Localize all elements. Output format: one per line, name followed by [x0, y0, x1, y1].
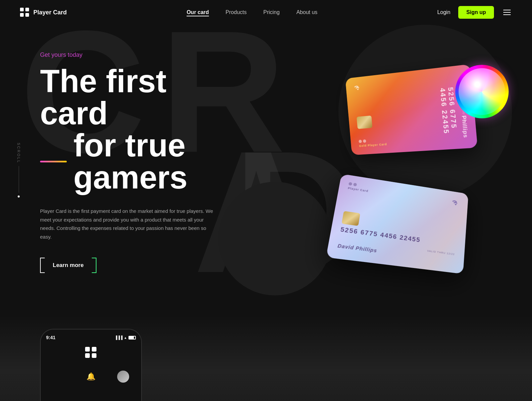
nav-item-ourcard[interactable]: Our card: [187, 9, 209, 15]
phone-avatar: [117, 371, 129, 383]
hero-title-line2-text: for true gamers: [73, 129, 224, 193]
app-dot-2: [92, 347, 96, 352]
nav-links: Our card Products Pricing About us: [187, 9, 317, 15]
hero-description: Player Card is the first payment card on…: [40, 207, 214, 241]
card-back-chip: [356, 116, 372, 129]
card-front-contactless: [451, 198, 460, 209]
nav-item-products[interactable]: Products: [226, 9, 247, 15]
phone-status-bar: 9:41 ▐▐▐ ▴: [46, 335, 136, 340]
phone-notification-icon: 🔔: [86, 372, 95, 381]
phone-mockup: 9:41 ▐▐▐ ▴: [40, 329, 144, 401]
logo-text: Player Card: [33, 9, 67, 16]
hero-title-line2: for true gamers: [40, 129, 224, 193]
btn-bracket-right: [92, 258, 96, 273]
hero-title-line1: The first card: [40, 65, 224, 129]
logo-icon: [20, 8, 29, 17]
wifi-icon: ▴: [124, 336, 126, 340]
card-front-valid: VALID THRU 12/22: [427, 249, 455, 256]
signup-button[interactable]: Sign up: [458, 6, 494, 19]
nav-link-products[interactable]: Products: [226, 9, 247, 15]
phone-placeholder: [53, 371, 65, 383]
card-front-number: 5256 6775 4456 22455: [340, 226, 421, 244]
scroll-dot: [18, 195, 20, 197]
login-button[interactable]: Login: [437, 9, 450, 15]
nav-link-about[interactable]: About us: [296, 9, 317, 15]
scroll-indicator: SCROLL: [17, 143, 21, 197]
card-front: 5256 6775 4456 22455 VALID THRU 12/22 Da…: [326, 174, 469, 274]
card-front-name: David Phillips: [337, 243, 377, 254]
phone-status-icons: ▐▐▐ ▴: [115, 336, 136, 340]
hero-title: The first card for true gamers: [40, 65, 224, 193]
title-dash: [40, 161, 67, 162]
nav-item-about[interactable]: About us: [296, 9, 317, 15]
learn-more-button[interactable]: Learn more: [40, 258, 96, 273]
card-front-inner: 5256 6775 4456 22455 VALID THRU 12/22 Da…: [326, 174, 469, 274]
card-back-contactless: [354, 83, 362, 94]
battery-icon: [128, 336, 136, 340]
scroll-label: SCROLL: [17, 143, 21, 163]
nav-item-pricing[interactable]: Pricing: [263, 9, 280, 15]
signal-icon: ▐▐▐: [115, 336, 122, 340]
app-dots: [46, 347, 136, 361]
card-back-inner: 5256 6775 4456 22455 VALID THRU 12/22 Ph…: [345, 64, 478, 155]
phone-frame: 9:41 ▐▐▐ ▴: [40, 329, 142, 401]
hero-section: C R A D SCROLL Get yours today The first…: [0, 25, 532, 315]
app-dot-3: [85, 353, 90, 358]
nav-right: Login Sign up: [437, 6, 512, 19]
cards-area: 5256 6775 4456 22455 VALID THRU 12/22 Ph…: [325, 45, 519, 285]
card-front-chip: [341, 211, 360, 226]
nav-link-pricing[interactable]: Pricing: [263, 9, 280, 15]
navbar: Player Card Our card Products Pricing Ab…: [0, 0, 532, 25]
logo[interactable]: Player Card: [20, 8, 67, 17]
app-dot-1: [85, 347, 90, 352]
card-back: 5256 6775 4456 22455 VALID THRU 12/22 Ph…: [345, 64, 478, 155]
bottom-section: 9:41 ▐▐▐ ▴: [0, 315, 532, 401]
phone-bottom-icons: 🔔: [46, 367, 136, 386]
card-back-name: Phillips: [461, 115, 469, 138]
phone-screen: 9:41 ▐▐▐ ▴: [41, 329, 141, 401]
hamburger-menu[interactable]: [502, 8, 512, 16]
learn-more-label: Learn more: [45, 258, 92, 273]
app-icon-grid: [85, 347, 97, 358]
card-back-logo: Gold Player Card: [358, 138, 387, 148]
card-front-logo: Player Card: [348, 182, 369, 193]
scroll-line: [19, 166, 19, 193]
nav-link-ourcard[interactable]: Our card: [187, 9, 209, 16]
btn-bracket-left: [40, 258, 45, 273]
hero-tagline: Get yours today: [40, 51, 224, 58]
app-dot-4: [92, 353, 96, 358]
hero-content: Get yours today The first card for true …: [0, 25, 250, 274]
holo-disc: [455, 65, 509, 118]
phone-time: 9:41: [46, 335, 55, 340]
